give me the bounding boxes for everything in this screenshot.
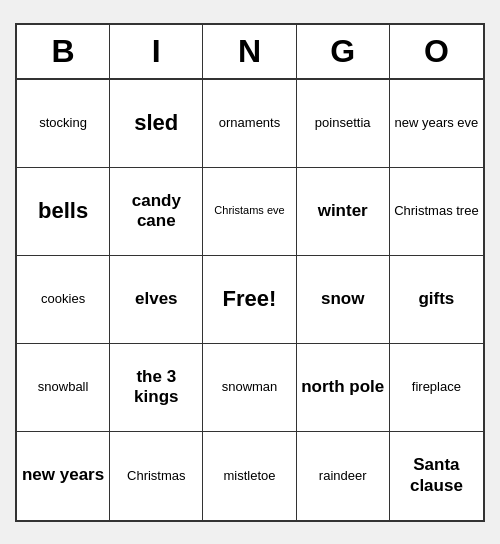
bingo-cell: poinsettia xyxy=(297,80,390,168)
bingo-cell: gifts xyxy=(390,256,483,344)
bingo-header: BINGO xyxy=(17,25,483,80)
bingo-cell: Christmas xyxy=(110,432,203,520)
bingo-cell: Christams eve xyxy=(203,168,296,256)
bingo-cell: mistletoe xyxy=(203,432,296,520)
bingo-cell: ornaments xyxy=(203,80,296,168)
bingo-cell: new years eve xyxy=(390,80,483,168)
bingo-cell: Free! xyxy=(203,256,296,344)
bingo-cell: north pole xyxy=(297,344,390,432)
header-letter: B xyxy=(17,25,110,78)
bingo-card: BINGO stockingsledornamentspoinsettianew… xyxy=(15,23,485,522)
bingo-cell: snowball xyxy=(17,344,110,432)
header-letter: G xyxy=(297,25,390,78)
bingo-cell: the 3 kings xyxy=(110,344,203,432)
bingo-cell: elves xyxy=(110,256,203,344)
bingo-cell: Christmas tree xyxy=(390,168,483,256)
bingo-cell: fireplace xyxy=(390,344,483,432)
bingo-cell: raindeer xyxy=(297,432,390,520)
bingo-cell: sled xyxy=(110,80,203,168)
bingo-cell: Santa clause xyxy=(390,432,483,520)
bingo-cell: new years xyxy=(17,432,110,520)
bingo-cell: cookies xyxy=(17,256,110,344)
header-letter: I xyxy=(110,25,203,78)
bingo-cell: winter xyxy=(297,168,390,256)
header-letter: N xyxy=(203,25,296,78)
bingo-cell: snowman xyxy=(203,344,296,432)
bingo-cell: bells xyxy=(17,168,110,256)
bingo-cell: stocking xyxy=(17,80,110,168)
header-letter: O xyxy=(390,25,483,78)
bingo-grid: stockingsledornamentspoinsettianew years… xyxy=(17,80,483,520)
bingo-cell: candy cane xyxy=(110,168,203,256)
bingo-cell: snow xyxy=(297,256,390,344)
